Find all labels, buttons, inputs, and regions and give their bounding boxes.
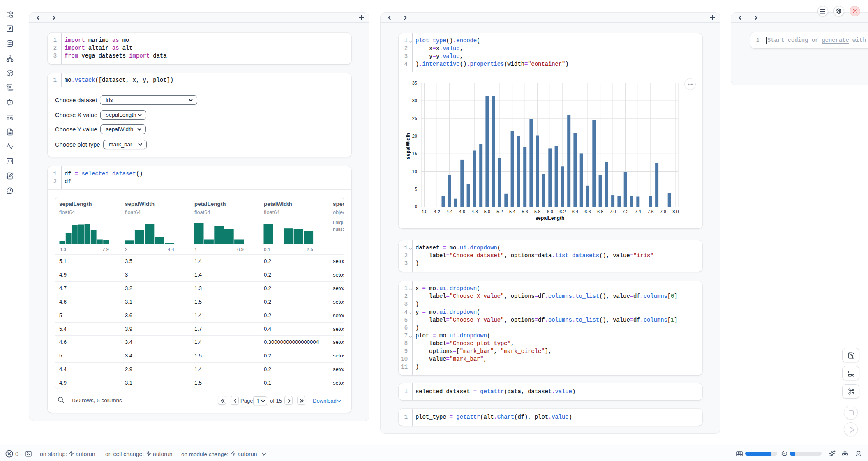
svg-text:6.2: 6.2 xyxy=(559,209,566,214)
svg-text:7.0: 7.0 xyxy=(609,209,616,214)
svg-text:4.8: 4.8 xyxy=(471,209,478,214)
svg-text:5.0: 5.0 xyxy=(484,209,490,214)
svg-text:7.6: 7.6 xyxy=(647,209,653,214)
svg-text:7.2: 7.2 xyxy=(622,209,628,214)
svg-text:4.4: 4.4 xyxy=(446,209,452,214)
svg-text:30: 30 xyxy=(412,98,417,103)
svg-text:5.8: 5.8 xyxy=(534,209,540,214)
svg-text:10: 10 xyxy=(412,169,417,174)
svg-text:6.8: 6.8 xyxy=(597,209,603,214)
svg-text:7.8: 7.8 xyxy=(660,209,666,214)
svg-text:6.6: 6.6 xyxy=(584,209,591,214)
svg-text:6.4: 6.4 xyxy=(572,209,578,214)
svg-text:5.6: 5.6 xyxy=(522,209,528,214)
svg-text:4.6: 4.6 xyxy=(459,209,465,214)
svg-text:15: 15 xyxy=(412,151,417,156)
svg-text:25: 25 xyxy=(412,116,417,121)
svg-text:20: 20 xyxy=(412,134,417,138)
svg-text:5.2: 5.2 xyxy=(496,209,503,214)
svg-text:sepalWidth: sepalWidth xyxy=(405,133,411,159)
svg-text:7.4: 7.4 xyxy=(635,209,641,214)
svg-text:5: 5 xyxy=(415,187,417,191)
svg-text:35: 35 xyxy=(412,81,417,85)
svg-text:4.2: 4.2 xyxy=(434,209,440,214)
svg-text:6.0: 6.0 xyxy=(547,209,553,214)
svg-text:4.0: 4.0 xyxy=(421,209,427,214)
svg-text:5.4: 5.4 xyxy=(509,209,515,214)
svg-text:0: 0 xyxy=(415,204,417,209)
svg-text:sepalLength: sepalLength xyxy=(536,215,565,221)
svg-text:8.0: 8.0 xyxy=(672,209,679,214)
